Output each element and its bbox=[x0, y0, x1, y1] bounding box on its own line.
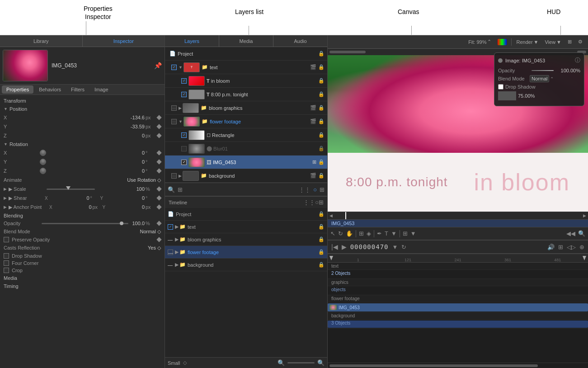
in-bloom-checkbox[interactable]: ✓ bbox=[181, 78, 187, 84]
text-expand[interactable]: ▼ bbox=[179, 65, 183, 70]
shape-tool[interactable]: ⊞ bbox=[359, 230, 364, 237]
pin-icon[interactable]: 📌 bbox=[154, 62, 162, 69]
mask-tool[interactable]: ◈ bbox=[367, 230, 371, 237]
audio-icon[interactable]: 🔊 bbox=[547, 244, 555, 250]
opacity-slider[interactable] bbox=[42, 223, 128, 224]
y-value[interactable]: -33.59 bbox=[40, 124, 145, 129]
project-lock-icon[interactable]: 🔒 bbox=[318, 51, 325, 57]
shear-y-value[interactable]: 0 bbox=[104, 195, 145, 201]
x-keyframe[interactable] bbox=[156, 115, 161, 120]
view-button[interactable]: View ▼ bbox=[543, 38, 563, 46]
canvas-scroll-thumb[interactable] bbox=[329, 51, 366, 53]
rx-keyframe[interactable] bbox=[156, 150, 161, 155]
img0453-checkbox[interactable]: ✓ bbox=[181, 160, 187, 165]
ry-keyframe[interactable] bbox=[156, 159, 161, 164]
settings-icon[interactable]: ⚙ bbox=[576, 38, 584, 46]
loop-btn[interactable]: ↻ bbox=[401, 244, 406, 250]
rotation-section[interactable]: ▼ Rotation bbox=[0, 140, 165, 148]
timeline-text-checkbox[interactable]: ✓ bbox=[168, 224, 173, 230]
timeline-add-icon[interactable]: ⊞ bbox=[319, 199, 324, 206]
flower-footage-expand[interactable]: ▼ bbox=[179, 119, 183, 124]
x-value[interactable]: -134.6 bbox=[40, 115, 145, 120]
timeline-flower-row[interactable]: — ▶ 📁 flower footage 🔒 bbox=[165, 246, 327, 259]
anchor-x-value[interactable]: 0 bbox=[53, 204, 92, 210]
pen-tool[interactable]: ✒ bbox=[377, 230, 382, 237]
transport-icon2[interactable]: ⊞ bbox=[558, 244, 563, 250]
timeline-loop-icon[interactable]: ○ bbox=[315, 199, 319, 206]
opacity-keyframe[interactable] bbox=[156, 221, 161, 226]
anchor-y-value[interactable]: 0 bbox=[106, 204, 145, 210]
hud-blend-select[interactable]: Normal bbox=[530, 75, 549, 82]
timeline-text-lock[interactable]: 🔒 bbox=[318, 224, 325, 230]
bloom-graphics-checkbox[interactable]: — bbox=[171, 105, 177, 111]
rectangle-lock[interactable]: 🔒 bbox=[318, 132, 325, 138]
four-corner-checkbox[interactable] bbox=[4, 260, 9, 266]
timeline-background-row[interactable]: — ▶ 📁 background 🔒 bbox=[165, 259, 327, 271]
preserve-opacity-keyframe[interactable] bbox=[156, 237, 161, 242]
rz-value[interactable]: 0 bbox=[48, 168, 145, 174]
hud-blend-arrow[interactable]: ⌃ bbox=[550, 76, 554, 81]
color-picker-icon[interactable] bbox=[498, 39, 507, 45]
layers-tab[interactable]: Layers bbox=[165, 35, 219, 47]
timeline-bg-lock[interactable]: 🔒 bbox=[318, 262, 325, 268]
timeline-zoom-in[interactable]: 🔍 bbox=[317, 359, 325, 366]
preserve-opacity-checkbox[interactable] bbox=[4, 237, 9, 242]
rx-dial[interactable] bbox=[40, 150, 46, 156]
timeline-bg-expand[interactable]: ▶ bbox=[175, 262, 179, 268]
text-group-icon2[interactable]: 🎬 bbox=[310, 64, 316, 70]
8pm-checkbox[interactable]: ✓ bbox=[181, 92, 187, 97]
timecode-down[interactable]: ▼ bbox=[392, 244, 398, 250]
audio-tab[interactable]: Audio bbox=[273, 35, 327, 47]
search-icon[interactable]: 🔍 bbox=[168, 186, 175, 193]
rz-dial[interactable] bbox=[40, 168, 46, 174]
timeline-bloom-row[interactable]: — ▶ 📁 bloom graphics 🔒 bbox=[165, 233, 327, 246]
play-btn[interactable]: ▶ bbox=[342, 243, 347, 250]
background-row[interactable]: — ▶ 📁 background 🎬 🔒 bbox=[165, 169, 327, 183]
text-group-row[interactable]: ✓ ▼ T 📁 text 🎬 🔒 bbox=[165, 61, 327, 74]
timeline-project-lock[interactable]: 🔒 bbox=[318, 211, 325, 217]
shear-x-value[interactable]: 0 bbox=[49, 195, 89, 201]
img0453-lock[interactable]: 🔒 bbox=[318, 159, 325, 165]
anchor-keyframe[interactable] bbox=[156, 204, 161, 209]
timeline-bloom-expand[interactable]: ▶ bbox=[175, 236, 179, 242]
flower-footage-row[interactable]: — ▼ 📁 flower footage 🎬 🔒 bbox=[165, 115, 327, 128]
scale-slider[interactable] bbox=[47, 189, 95, 190]
text-tool[interactable]: T bbox=[385, 230, 388, 237]
playhead-track[interactable] bbox=[333, 212, 583, 219]
window-icon[interactable]: ⊞ bbox=[566, 38, 574, 46]
trim-left-icon[interactable]: ◀◀ bbox=[566, 230, 575, 237]
timeline-bloom-lock[interactable]: 🔒 bbox=[318, 236, 325, 242]
hud-info-icon[interactable]: ⓘ bbox=[575, 57, 580, 64]
rectangle-checkbox[interactable]: ✓ bbox=[181, 132, 187, 138]
rectangle-row[interactable]: ✓ ◻ Rectangle 🔒 bbox=[165, 128, 327, 142]
timeline-text-row[interactable]: ✓ ▶ 📁 text 🔒 bbox=[165, 221, 327, 233]
timeline-text-expand[interactable]: ▶ bbox=[175, 224, 179, 230]
timeline-grid-icon[interactable]: ⋮⋮ bbox=[303, 199, 315, 206]
timeline-flower-lock[interactable]: 🔒 bbox=[318, 249, 325, 255]
blur01-lock[interactable]: 🔒 bbox=[318, 146, 325, 151]
timeline-zoom-slider[interactable] bbox=[287, 362, 315, 363]
select-tool[interactable]: ↖ bbox=[330, 230, 335, 237]
text-checkbox[interactable]: ✓ bbox=[171, 65, 177, 70]
render-button[interactable]: Render ▼ bbox=[514, 38, 540, 46]
pan-tool[interactable]: ✋ bbox=[346, 230, 353, 237]
flower-footage-icon2[interactable]: 🎬 bbox=[310, 118, 316, 124]
bloom-graphics-icon2[interactable]: 🎬 bbox=[310, 105, 316, 111]
transport-icon4[interactable]: ⊕ bbox=[579, 244, 584, 250]
skip-start-btn[interactable]: |◀ bbox=[331, 243, 338, 250]
text-tool-down[interactable]: ▼ bbox=[391, 230, 397, 237]
ry-value[interactable]: 0 bbox=[48, 159, 145, 165]
rz-keyframe[interactable] bbox=[156, 168, 161, 173]
window-tool-down[interactable]: ▼ bbox=[410, 230, 416, 237]
blend-mode-value[interactable]: Normal ◇ bbox=[40, 229, 161, 235]
position-section[interactable]: ▼ Position bbox=[0, 105, 165, 113]
rx-value[interactable]: 0 bbox=[48, 150, 145, 156]
flower-footage-checkbox[interactable]: — bbox=[171, 119, 177, 124]
background-lock[interactable]: 🔒 bbox=[318, 173, 325, 179]
circle-icon[interactable]: ○ bbox=[313, 186, 317, 193]
background-expand[interactable]: ▶ bbox=[179, 174, 182, 178]
hud-opacity-slider[interactable] bbox=[532, 70, 554, 71]
transport-icon3[interactable]: ◁▷ bbox=[567, 244, 576, 250]
crop-checkbox[interactable] bbox=[4, 268, 9, 273]
background-checkbox[interactable]: — bbox=[171, 173, 177, 179]
